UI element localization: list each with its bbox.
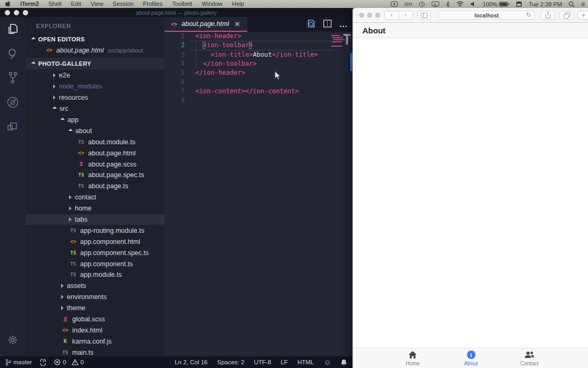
tree-item-app-module-ts[interactable]: TSapp.module.ts [25,269,165,281]
tree-item-app-routing-module-ts[interactable]: TSapp-routing.module.ts [25,225,165,236]
menubar-input-source-icon[interactable] [513,1,525,7]
code-line-3[interactable]: 3 <ion-title>About</ion-title> [165,50,352,59]
tree-item-about-module-ts[interactable]: TSabout.module.ts [25,136,165,147]
code-line-2[interactable]: 2 <ion-toolbar> [165,41,352,50]
problems-indicator[interactable]: 0 0 [54,359,84,365]
menubar-display-icon[interactable] [428,1,443,7]
share-icon[interactable] [540,11,555,20]
tree-item-main-ts[interactable]: TSmain.ts [25,347,165,356]
code-line-4[interactable]: 4 </ion-toolbar> [165,59,352,68]
menubar-wifi-icon[interactable] [453,1,467,7]
vscode-titlebar[interactable]: about.page.html — photo-gallery [0,8,352,17]
git-branch-indicator[interactable]: master [5,359,32,366]
tree-item-about-page-ts[interactable]: TSabout.page.ts [25,181,165,192]
menu-item-view[interactable]: View [86,0,108,8]
tree-item-resources[interactable]: resources [25,92,165,103]
open-changes-icon[interactable] [307,19,316,30]
menubar-capture-icon[interactable] [387,1,401,7]
menubar-clock[interactable]: Tue 2:28 PM [525,1,565,7]
menu-item-session[interactable]: Session [108,0,138,8]
tree-item-about-page-html[interactable]: <>about.page.html [25,147,165,159]
tab-about-page-html[interactable]: <> about.page.html ✕ [165,17,247,32]
tree-item-e2e[interactable]: e2e [25,70,165,81]
code-line-8[interactable]: 8 [165,96,352,105]
menu-item-profiles[interactable]: Profiles [139,0,168,8]
chevron-right-icon [53,73,56,77]
cursor-position[interactable]: Ln 2, Col 16 [175,359,207,365]
contact-icon [524,351,535,360]
menu-item-edit[interactable]: Edit [66,0,86,8]
tab-overview-icon[interactable] [559,11,574,20]
tree-item-src[interactable]: src [25,103,165,115]
tree-item-tabs[interactable]: tabs [25,214,165,225]
tree-item-global-scss[interactable]: Sglobal.scss [25,314,165,325]
split-editor-icon[interactable] [323,20,332,30]
eol-sequence[interactable]: LF [281,359,288,365]
code-line-6[interactable]: 6 [165,77,352,86]
debug-icon[interactable] [0,90,25,115]
tab-about[interactable]: iAbout [453,348,490,368]
indentation[interactable]: Spaces: 2 [217,359,244,365]
back-button[interactable]: ‹ [385,11,399,19]
tree-item-node-modules[interactable]: node_modules [25,81,165,92]
close-tab-icon[interactable]: ✕ [235,20,240,28]
apple-menu-icon[interactable] [5,1,11,7]
code-line-7[interactable]: 7<ion-content></ion-content> [165,87,352,96]
tree-item-contact[interactable]: contact [25,192,165,203]
sync-indicator[interactable] [39,359,47,366]
menubar-glasses-icon[interactable] [401,2,416,6]
notifications-bell-icon[interactable] [341,359,347,366]
code-area[interactable]: T 1<ion-header>2 <ion-toolbar>3 <ion-tit… [165,32,352,356]
tree-item-environments[interactable]: environments [25,292,165,303]
open-editor-item[interactable]: <> about.page.html src/app/about [25,45,165,56]
more-actions-icon[interactable]: … [339,20,348,29]
close-window-button[interactable] [359,13,364,17]
notification-center-icon[interactable]: ≡ [578,1,588,8]
tree-item-theme[interactable]: theme [25,303,165,314]
search-icon[interactable] [0,41,25,66]
menu-item-iterm2[interactable]: iTerm2 [15,0,44,8]
tree-item-about[interactable]: about [25,125,165,136]
tree-item-home[interactable]: home [25,203,165,214]
menu-item-shell[interactable]: Shell [44,0,66,8]
menubar-timemachine-icon[interactable] [416,1,428,7]
tree-item-index-html[interactable]: <>index.html [25,325,165,336]
tree-item-app[interactable]: app [25,115,165,126]
tab-label: Home [405,361,420,366]
menubar-battery[interactable]: 100% [479,1,513,7]
files-icon[interactable] [0,17,25,41]
tree-item-assets[interactable]: assets [25,281,165,292]
tree-item-about-page-scss[interactable]: Sabout.page.scss [25,159,165,170]
minimize-window-button[interactable] [367,13,372,17]
language-mode[interactable]: HTML [297,359,314,365]
address-bar[interactable]: localhost ↻ [438,11,535,20]
extensions-icon[interactable] [0,115,25,139]
menu-item-toolbelt[interactable]: Toolbelt [167,0,197,8]
feedback-smiley-icon[interactable]: ☺ [324,358,331,366]
tree-item-app-component-spec-ts[interactable]: TSapp.component.spec.ts [25,247,165,258]
spotlight-icon[interactable] [565,1,578,7]
menu-item-help[interactable]: Help [227,0,249,8]
menubar-volume-icon[interactable] [467,1,479,7]
tree-item-karma-conf-js[interactable]: Kkarma.conf.js [25,336,165,347]
tab-contact[interactable]: Contact [511,348,548,368]
new-tab-button[interactable]: + [577,11,588,20]
encoding[interactable]: UTF-8 [254,359,271,365]
source-control-icon[interactable] [0,66,25,90]
tab-home[interactable]: Home [394,348,431,368]
sidebar-toggle-icon[interactable] [417,11,431,20]
tree-item-app-component-html[interactable]: <>app.component.html [25,236,165,247]
reload-icon[interactable]: ↻ [526,12,531,19]
zoom-window-button[interactable] [375,13,380,17]
open-editors-section[interactable]: OPEN EDITORS [25,34,165,45]
project-section-header[interactable]: PHOTO-GALLERY [25,58,165,69]
tree-item-about-page-spec-ts[interactable]: TSabout.page.spec.ts [25,170,165,181]
menubar-bluetooth-icon[interactable] [443,1,453,7]
tree-item-app-component-ts[interactable]: TSapp.component.ts [25,258,165,269]
browser-window-controls[interactable] [359,13,380,17]
gear-icon[interactable] [0,328,25,352]
forward-button[interactable]: › [399,11,413,19]
code-line-5[interactable]: 5</ion-header> [165,68,352,77]
menu-item-window[interactable]: Window [197,0,227,8]
code-line-1[interactable]: 1<ion-header> [165,32,352,41]
